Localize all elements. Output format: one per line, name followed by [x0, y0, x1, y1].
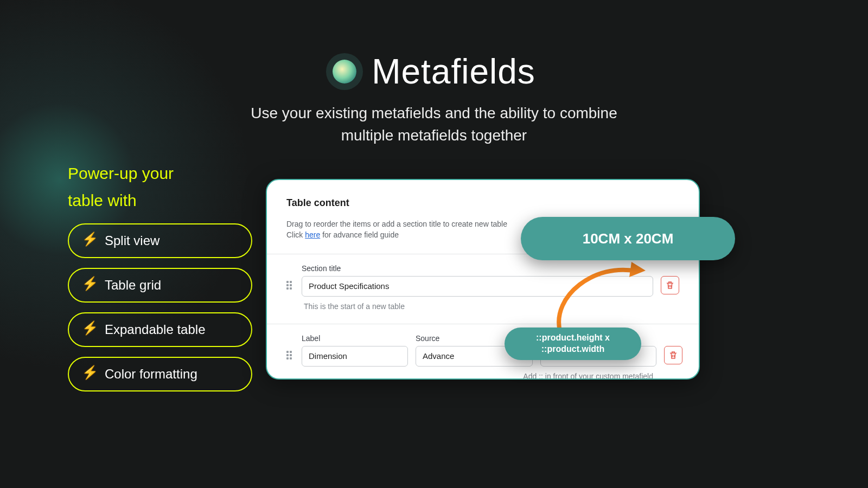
page-subtitle-1: Use your existing metafields and the abi… [251, 105, 617, 121]
page-title: Metafields [333, 52, 535, 92]
trash-icon [668, 350, 678, 360]
feature-pill-label: Color formatting [105, 367, 197, 382]
delete-section-button[interactable] [661, 276, 679, 294]
label-field-label: Label [302, 334, 408, 343]
card-title: Table content [286, 197, 679, 209]
advance-guide-link[interactable]: here [305, 230, 320, 239]
bolt-icon [83, 233, 95, 248]
feature-pill-split-view[interactable]: Split view [68, 223, 252, 258]
feature-heading-2: table with [68, 191, 137, 209]
section-title-caption: This is the start of a new table [304, 302, 679, 311]
advance-value-caption: Add :: in front of your custom metafield [286, 372, 653, 380]
delete-row-button[interactable] [664, 346, 682, 364]
code-line-1: ::product.height x [536, 333, 610, 342]
result-callout: 10CM x 20CM [521, 217, 735, 260]
feature-pill-table-grid[interactable]: Table grid [68, 268, 252, 303]
bolt-icon [83, 278, 95, 293]
feature-pill-label: Split view [105, 233, 159, 248]
divider [267, 324, 699, 324]
label-field-input[interactable] [302, 346, 408, 367]
feature-pill-label: Table grid [105, 278, 161, 293]
page-title-text: Metafields [372, 52, 535, 92]
result-callout-text: 10CM x 20CM [583, 230, 674, 247]
logo-icon [333, 60, 356, 84]
trash-icon [665, 280, 675, 290]
code-callout-text: ::product.height x ::product.width [536, 332, 610, 355]
feature-sidebar: Power-up your table with Split view Tabl… [68, 160, 252, 401]
hero: Metafields Use your existing metafields … [0, 52, 868, 146]
section-title-label: Section title [302, 264, 653, 273]
code-line-2: ::product.width [541, 344, 604, 354]
card-instr-click: Click [286, 230, 305, 239]
feature-pill-label: Expandable table [105, 322, 205, 337]
bolt-icon [83, 322, 95, 337]
feature-pill-expandable-table[interactable]: Expandable table [68, 312, 252, 347]
feature-heading: Power-up your table with [68, 160, 252, 214]
bolt-icon [83, 367, 95, 382]
page-subtitle: Use your existing metafields and the abi… [0, 102, 868, 146]
card-instr-1: Drag to reorder the items or add a secti… [286, 220, 507, 228]
drag-handle-icon[interactable] [286, 281, 294, 290]
drag-handle-icon[interactable] [286, 351, 294, 359]
feature-pill-color-formatting[interactable]: Color formatting [68, 357, 252, 391]
section-title-input[interactable] [302, 276, 653, 297]
page-subtitle-2: multiple metafields together [341, 127, 527, 144]
card-instr-rest: for advance field guide [320, 230, 399, 239]
code-callout: ::product.height x ::product.width [505, 328, 641, 360]
section-title-row: Section title [286, 264, 679, 297]
feature-heading-1: Power-up your [68, 164, 174, 182]
